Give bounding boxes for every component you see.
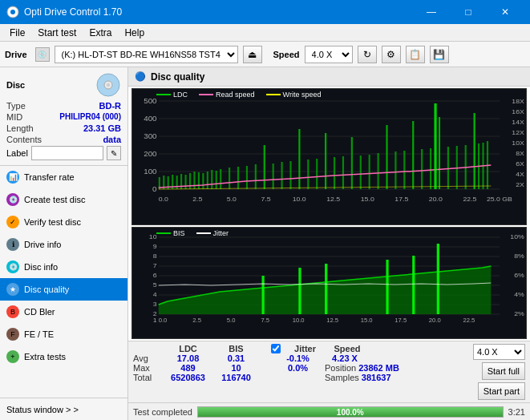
svg-rect-48	[202, 173, 204, 189]
svg-rect-64	[325, 133, 326, 189]
menu-file[interactable]: File	[3, 26, 31, 40]
samples-group: Samples 381637	[325, 373, 391, 382]
nav-create-test-disc-label: Create test disc	[24, 195, 85, 204]
svg-rect-53	[229, 168, 230, 189]
nav-verify-test-disc[interactable]: ✓ Verify test disc	[0, 211, 127, 233]
nav-cd-bler[interactable]: B CD Bler	[0, 301, 127, 323]
svg-rect-81	[474, 113, 475, 189]
svg-rect-51	[216, 171, 217, 189]
jitter-checkbox-group: Jitter	[271, 344, 327, 353]
nav-fe-te-label: FE / TE	[24, 329, 54, 339]
close-button[interactable]: ✕	[487, 0, 524, 24]
nav-drive-info-label: Drive info	[24, 240, 61, 249]
nav-transfer-rate[interactable]: 📊 Transfer rate	[0, 166, 127, 188]
drive-select[interactable]: (K:) HL-DT-ST BD-RE WH16NS58 TST4	[55, 46, 238, 63]
quality-header: 🔵 Disc quality	[128, 67, 530, 87]
svg-text:15.0: 15.0	[361, 195, 374, 203]
svg-rect-52	[220, 169, 221, 189]
menu-bar: File Start test Extra Help	[0, 24, 530, 42]
stats-header: LDC BIS Jitter Speed	[133, 344, 467, 353]
stats-area: LDC BIS Jitter Speed Avg 17.08 0.31	[128, 341, 530, 402]
refresh-button[interactable]: ↻	[358, 46, 377, 63]
start-full-button[interactable]: Start full	[482, 362, 525, 380]
samples-value: 381637	[362, 373, 391, 382]
legend-write-speed-label: Write speed	[283, 91, 322, 99]
settings-button[interactable]: ⚙	[382, 46, 401, 63]
window-controls: — □ ✕	[413, 0, 524, 24]
svg-text:22.5: 22.5	[463, 195, 476, 203]
menu-start-test[interactable]: Start test	[31, 26, 83, 40]
top-chart-legend: LDC Read speed Write speed	[156, 91, 321, 99]
stats-table: LDC BIS Jitter Speed Avg 17.08 0.31	[133, 344, 467, 382]
svg-text:100: 100	[144, 167, 156, 176]
app-title: Opti Drive Control 1.70	[24, 6, 413, 18]
save-button[interactable]: 💾	[430, 46, 449, 63]
svg-text:17.5: 17.5	[394, 317, 407, 324]
status-window-label: Status window > >	[6, 405, 79, 414]
avg-jitter: -0.1%	[271, 353, 325, 363]
svg-text:8%: 8%	[514, 252, 524, 260]
max-ldc: 489	[162, 363, 214, 373]
copy-button[interactable]: 📋	[406, 46, 425, 63]
nav-extra-tests[interactable]: + Extra tests	[0, 345, 127, 368]
cd-bler-icon: B	[6, 305, 19, 318]
bis-chart: BIS Jitter	[131, 227, 527, 339]
jitter-checkbox[interactable]	[271, 344, 281, 353]
svg-text:8: 8	[153, 252, 157, 260]
nav-create-test-disc[interactable]: 💿 Create test disc	[0, 188, 127, 211]
total-ldc: 6520863	[162, 373, 214, 382]
nav-disc-info[interactable]: 💿 Disc info	[0, 256, 127, 278]
eject-button[interactable]: ⏏	[243, 46, 262, 63]
label-input[interactable]	[31, 146, 103, 160]
disc-length-row: Length 23.31 GB	[6, 123, 121, 133]
disc-panel: Disc Type BD-R MID PHILIPR04 (000) Leng	[0, 67, 127, 166]
svg-text:10.0: 10.0	[293, 317, 305, 324]
legend-bis: BIS	[156, 229, 185, 237]
stats-bis-header: BIS	[214, 344, 258, 353]
svg-text:15.0: 15.0	[361, 317, 373, 324]
svg-text:4%: 4%	[514, 290, 524, 298]
svg-rect-69	[369, 155, 370, 189]
maximize-button[interactable]: □	[450, 0, 487, 24]
nav-disc-quality[interactable]: ★ Disc quality	[0, 278, 127, 301]
bis-color	[156, 232, 171, 234]
svg-rect-62	[307, 160, 309, 189]
svg-rect-58	[273, 164, 274, 189]
menu-help[interactable]: Help	[118, 26, 151, 40]
svg-text:0.0: 0.0	[159, 195, 168, 203]
nav-drive-info[interactable]: ℹ Drive info	[0, 233, 127, 256]
svg-text:10%: 10%	[510, 232, 524, 240]
avg-bis: 0.31	[214, 353, 258, 363]
svg-text:10.0: 10.0	[293, 195, 306, 203]
status-window-button[interactable]: Status window > >	[0, 398, 127, 420]
extra-tests-icon: +	[6, 350, 19, 363]
svg-text:400: 400	[144, 114, 156, 123]
drive-label: Drive	[5, 50, 27, 59]
svg-text:500: 500	[144, 96, 156, 105]
stats-ldc-header: LDC	[162, 344, 214, 353]
progress-bar-container: 100.0%	[197, 406, 504, 418]
svg-text:6X: 6X	[516, 160, 524, 168]
nav-items: 📊 Transfer rate 💿 Create test disc ✓ Ver…	[0, 166, 127, 398]
quality-title: Disc quality	[151, 71, 204, 83]
svg-rect-72	[394, 151, 396, 189]
stats-jitter-header: Jitter	[283, 344, 327, 353]
start-part-button[interactable]: Start part	[478, 382, 525, 400]
svg-rect-46	[193, 172, 195, 189]
length-label: Length	[6, 123, 34, 133]
ldc-chart: LDC Read speed Write speed	[131, 88, 527, 225]
menu-extra[interactable]: Extra	[83, 26, 118, 40]
svg-rect-59	[281, 162, 282, 189]
nav-fe-te[interactable]: F FE / TE	[0, 323, 127, 345]
bottom-chart-legend: BIS Jitter	[156, 229, 229, 237]
label-edit-button[interactable]: ✎	[107, 146, 121, 160]
minimize-button[interactable]: —	[413, 0, 450, 24]
stats-spacer	[258, 344, 271, 353]
speed-dropdown[interactable]: 4.0 X 1.0 X 2.0 X 6.0 X	[473, 344, 525, 360]
svg-rect-71	[386, 125, 387, 189]
speed-select[interactable]: 4.0 X 1.0 X 2.0 X 6.0 X 8.0 X	[305, 46, 353, 63]
position-group: Position 23862 MB	[325, 363, 399, 373]
svg-text:12.5: 12.5	[326, 317, 338, 324]
svg-text:5: 5	[153, 281, 157, 289]
nav-cd-bler-label: CD Bler	[24, 307, 55, 317]
